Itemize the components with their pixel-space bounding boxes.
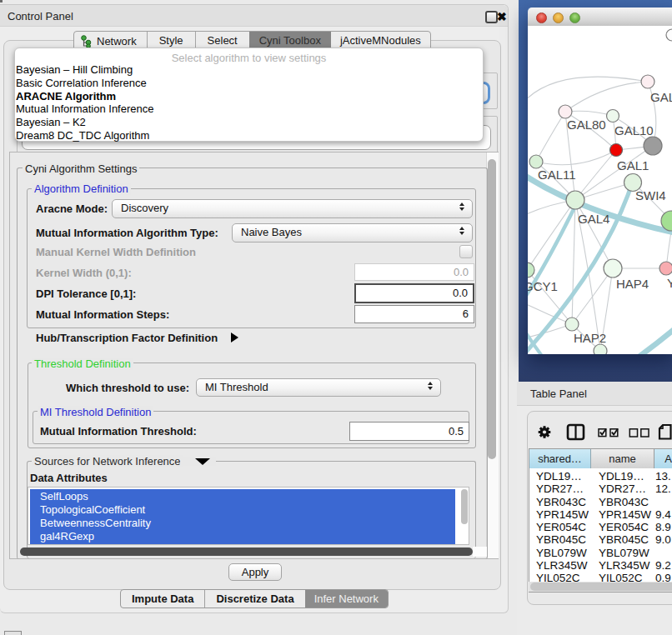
svg-text:GAL7: GAL7	[650, 90, 672, 104]
svg-text:GAL80: GAL80	[567, 118, 606, 132]
svg-text:GAL10: GAL10	[614, 123, 654, 138]
svg-text:GAL11: GAL11	[538, 168, 576, 182]
svg-text:GAL4: GAL4	[578, 212, 609, 226]
svg-text:GCY1: GCY1	[528, 279, 558, 293]
svg-text:SWI4: SWI4	[635, 188, 666, 202]
svg-text:GAL1: GAL1	[617, 158, 649, 172]
svg-text:HAP2: HAP2	[574, 331, 606, 345]
svg-text:HAP4: HAP4	[616, 277, 649, 291]
svg-text:Y: Y	[667, 276, 672, 290]
